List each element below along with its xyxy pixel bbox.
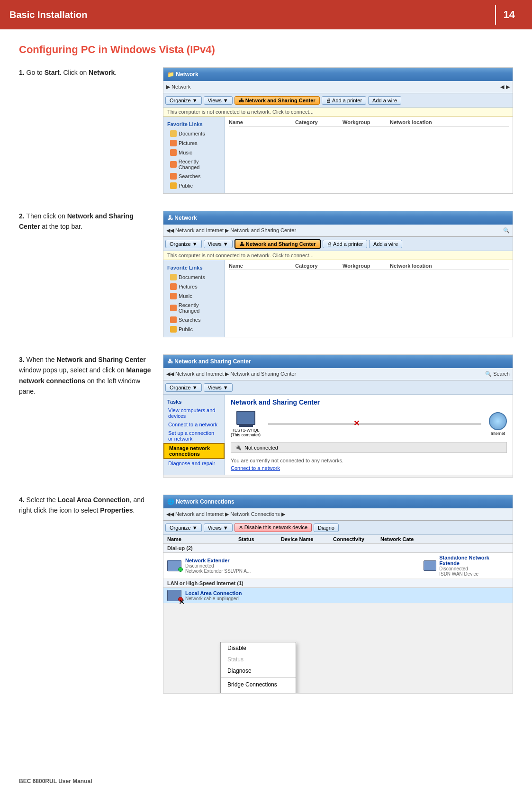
col-category: Category (295, 119, 333, 125)
sidebar-music[interactable]: Music (163, 148, 225, 157)
organize-btn[interactable]: Organize ▼ (165, 96, 202, 105)
win3-title-bar: 🖧 Network and Sharing Center (163, 355, 513, 368)
sidebar-recently-changed[interactable]: Recently Changed (163, 157, 225, 171)
task-connect-network[interactable]: Connect to a network (163, 420, 225, 429)
win2-pictures[interactable]: Pictures (163, 282, 225, 291)
task-view-computers[interactable]: View computers and devices (163, 406, 225, 420)
ctx-disable[interactable]: Disable (221, 642, 296, 654)
win1-address: ▶ Network ◀ ▶ (163, 81, 513, 93)
sidebar-public[interactable]: Public (163, 181, 225, 190)
network-diagram: TEST1-WHQL(This computer) ✕ Internet (231, 411, 507, 437)
views-btn[interactable]: Views ▼ (204, 96, 233, 105)
lan-info: Local Area Connection Network cable unpl… (185, 590, 509, 601)
win4-addr-text: ◀◀ Network and Internet ▶ Network Connec… (166, 511, 285, 517)
connected-badge (178, 567, 183, 572)
win1-info-text: This computer is not connected to a netw… (167, 109, 314, 115)
sidebar-pictures[interactable]: Pictures (163, 138, 225, 148)
step-1-text: 1. Go to Start. Click on Network. (19, 67, 152, 78)
public-icon (170, 182, 177, 189)
ctx-diagnose[interactable]: Diagnose (221, 665, 296, 677)
win3-tasks-pane: Tasks View computers and devices Connect… (163, 395, 225, 475)
task-diagnose[interactable]: Diagnose and repair (163, 459, 225, 468)
network-extender-info: Network Extender Disconnected Network Ex… (185, 558, 420, 574)
computer-label: TEST1-WHQL(This computer) (231, 428, 261, 437)
sidebar-documents[interactable]: Documents (163, 129, 225, 138)
win2-recently[interactable]: Recently Changed (163, 301, 225, 315)
win4-body: Name Status Device Name Connectivity Net… (163, 535, 513, 604)
network-extender-icon (167, 560, 181, 571)
network-extender-sub: Network Extender SSLVPN A... (185, 568, 420, 574)
win1-title: 📁 Network (167, 71, 198, 78)
page-header: Basic Installation 14 (0, 0, 532, 29)
standalone-name: Standalone Network Extende (439, 555, 509, 566)
network-sharing-center-btn[interactable]: 🖧 Network and Sharing Center (234, 96, 320, 105)
connect-link[interactable]: Connect to a network (231, 465, 507, 471)
win2-col-header: Name Category Workgroup Network location (229, 262, 509, 270)
win2-music[interactable]: Music (163, 291, 225, 301)
win2-col-wg: Workgroup (343, 263, 380, 269)
standalone-row: Standalone Network Extende Disconnected … (424, 555, 509, 577)
forward-icon: ▶ (506, 84, 510, 90)
diagnos-btn[interactable]: Diagno (314, 523, 339, 532)
add-wireless-btn-2[interactable]: Add a wire (369, 240, 402, 248)
window-title-bar-2: 🖧 Network (163, 211, 513, 225)
add-printer-btn-2[interactable]: 🖨 Add a printer (323, 240, 367, 248)
win2-search[interactable]: 🔍 (503, 227, 510, 234)
network-line-1: ✕ (268, 424, 481, 424)
ctx-bridge[interactable]: Bridge Connections (221, 679, 296, 690)
win1-toolbar[interactable]: Organize ▼ Views ▼ 🖧 Network and Sharing… (163, 93, 513, 108)
network-sharing-center-btn-2[interactable]: 🖧 Network and Sharing Center (234, 239, 321, 249)
win3-address: ◀◀ Network and Internet ▶ Network and Sh… (163, 368, 513, 380)
internet-icon (489, 412, 507, 430)
win2-public[interactable]: Public (163, 325, 225, 334)
step-2-number: 2. (19, 212, 25, 220)
organize-btn-3[interactable]: Organize ▼ (165, 383, 202, 392)
organize-btn-4[interactable]: Organize ▼ (165, 523, 202, 532)
win3-toolbar[interactable]: Organize ▼ Views ▼ (163, 380, 513, 395)
disable-device-btn[interactable]: ✕ Disable this network device (234, 523, 312, 532)
documents-icon (170, 130, 177, 137)
network-extender-item[interactable]: Network Extender Disconnected Network Ex… (163, 553, 513, 579)
sidebar-searches[interactable]: Searches (163, 171, 225, 181)
win2-documents[interactable]: Documents (163, 272, 225, 282)
step-4-screenshot: 🌐 Network Connections ◀◀ Network and Int… (163, 495, 513, 694)
internet-node: Internet (489, 412, 507, 436)
add-printer-btn[interactable]: 🖨 Add a printer (322, 96, 366, 105)
ctx-shortcut[interactable]: Create Shortcut (221, 690, 296, 694)
col-netcate-4: Network Cate (380, 536, 509, 542)
views-btn-3[interactable]: Views ▼ (204, 383, 233, 392)
win2-info: This computer is not connected to a netw… (163, 251, 513, 260)
standalone-sub: ISDN WAN Device (439, 571, 509, 577)
organize-btn-2[interactable]: Organize ▼ (165, 240, 202, 248)
step-1: 1. Go to Start. Click on Network. 📁 Netw… (19, 67, 513, 194)
computer-stand (239, 425, 253, 427)
win2-toolbar[interactable]: Organize ▼ Views ▼ 🖧 Network and Sharing… (163, 237, 513, 251)
win4-toolbar[interactable]: Organize ▼ Views ▼ ✕ Disable this networ… (163, 521, 513, 535)
public-label: Public (179, 183, 193, 189)
ctx-divider-1 (221, 677, 296, 678)
add-wireless-btn[interactable]: Add a wire (368, 96, 401, 105)
win2-col-name: Name (229, 263, 286, 269)
tasks-label: Tasks (163, 397, 225, 406)
win2-fav-links: Favorite Links (163, 263, 225, 272)
col-network-location: Network location (390, 119, 509, 125)
dialup-section: Dial-up (2) (163, 544, 513, 553)
step-3-screenshot: 🖧 Network and Sharing Center ◀◀ Network … (163, 354, 513, 478)
views-btn-4[interactable]: Views ▼ (204, 523, 233, 532)
nsc-main-title: Network and Sharing Center (231, 398, 507, 406)
task-manage-connections[interactable]: Manage network connections (163, 443, 225, 459)
step-3-number: 3. (19, 356, 25, 363)
step-3: 3. When the Network and Sharing Center w… (19, 354, 513, 478)
win2-searches[interactable]: Searches (163, 315, 225, 325)
music-icon (170, 149, 177, 156)
local-area-connection-item[interactable]: ✕ Local Area Connection Network cable un… (163, 588, 513, 604)
lan-name: Local Area Connection (185, 590, 509, 596)
win2-pics-icon (170, 283, 177, 290)
views-btn-2[interactable]: Views ▼ (204, 240, 233, 248)
win3-search[interactable]: 🔍 Search (485, 371, 510, 377)
task-setup-connection[interactable]: Set up a connection or network (163, 429, 225, 443)
step-2-text: 2. Then click on Network and Sharing Cen… (19, 211, 152, 232)
not-connected-bar: 🔌 Not connected (231, 442, 507, 453)
network-x-icon: ✕ (353, 419, 360, 428)
internet-label: Internet (491, 431, 505, 436)
